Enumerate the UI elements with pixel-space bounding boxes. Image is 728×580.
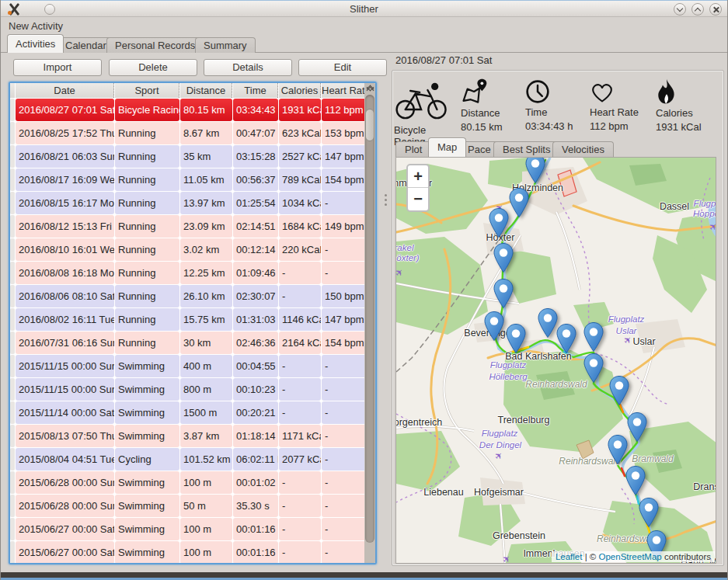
tab-personal-records[interactable]: Personal Records [106, 37, 204, 53]
cell-date[interactable]: 2015/06/27 00:00 Sat [16, 518, 114, 540]
delete-button[interactable]: Delete [109, 59, 197, 76]
cell-distance[interactable]: 800 m [180, 378, 232, 401]
cell-heart-rate[interactable]: - [322, 401, 369, 424]
cell-calories[interactable]: - [279, 518, 321, 540]
cell-date[interactable]: 2015/11/15 00:00 Sun [16, 355, 114, 377]
cell-distance[interactable]: 3.02 km [180, 238, 232, 261]
cell-time[interactable]: 35.30 s [233, 495, 278, 517]
cell-calories[interactable]: 623 kCal [279, 122, 321, 144]
cell-heart-rate[interactable]: - [322, 238, 369, 261]
cell-distance[interactable]: 11.05 km [180, 168, 232, 191]
map-canvas[interactable]: HolzmindenDasselHöxterBeverungenBad Karl… [395, 157, 716, 564]
cell-distance[interactable]: 15.75 km [180, 308, 232, 331]
vertical-scrollbar[interactable] [364, 83, 375, 563]
cell-sport[interactable]: Running [115, 308, 179, 331]
cell-date[interactable]: 2016/08/17 16:09 Wed [16, 168, 114, 191]
cell-sport[interactable]: Bicycle Racing [115, 99, 179, 121]
cell-calories[interactable]: 1146 kCal [279, 308, 321, 331]
cell-calories[interactable]: 789 kCal [279, 168, 321, 191]
cell-time[interactable]: 02:14:51 h [233, 215, 278, 238]
cell-heart-rate[interactable]: 149 bpm [322, 215, 369, 238]
cell-time[interactable]: 02:46:36 h [233, 332, 278, 354]
table-row[interactable]: 2016/08/08 16:18 Mon Running 12.25 km 01… [10, 262, 364, 284]
cell-heart-rate[interactable]: - [322, 355, 369, 377]
zoom-in-button[interactable]: + [408, 165, 428, 188]
cell-time[interactable]: 00:20:21 h [233, 401, 278, 424]
menu-item-new-activity[interactable]: New Activity [9, 20, 63, 32]
cell-heart-rate[interactable]: - [322, 425, 369, 447]
details-button[interactable]: Details [204, 59, 292, 76]
table-row[interactable]: 2016/08/27 07:01 Sat Bicycle Racing 80.1… [10, 99, 364, 121]
cell-sport[interactable]: Running [115, 122, 179, 144]
cell-time[interactable]: 00:56:37 h [233, 168, 278, 191]
cell-heart-rate[interactable]: 147 bpm [322, 308, 369, 331]
cell-date[interactable]: 2016/08/08 16:18 Mon [16, 262, 114, 284]
cell-calories[interactable]: - [279, 285, 321, 307]
cell-time[interactable]: 00:01:16 h [233, 518, 278, 540]
map-marker[interactable] [583, 321, 604, 355]
cell-calories[interactable]: 1684 kCal [279, 215, 321, 238]
cell-calories[interactable]: 220 kCal [279, 238, 321, 261]
table-row[interactable]: 2015/08/13 07:50 Thu Swimming 3.87 km 01… [10, 425, 364, 447]
cell-date[interactable]: 2015/11/14 00:00 Sat [16, 401, 114, 424]
cell-distance[interactable]: 35 km [180, 145, 232, 168]
maximize-button[interactable] [691, 3, 704, 16]
cell-sport[interactable]: Swimming [115, 425, 179, 447]
cell-calories[interactable]: - [279, 378, 321, 401]
header-date[interactable]: Date [16, 83, 114, 98]
cell-time[interactable]: 00:47:07 h [233, 122, 278, 144]
cell-distance[interactable]: 23.09 km [180, 215, 232, 238]
cell-heart-rate[interactable]: 147 bpm [322, 145, 369, 168]
import-button[interactable]: Import [13, 59, 102, 76]
cell-heart-rate[interactable]: - [322, 448, 369, 471]
cell-distance[interactable]: 100 m [180, 471, 232, 494]
cell-time[interactable]: 03:15:28 h [233, 145, 278, 168]
cell-distance[interactable]: 101.52 km [180, 448, 232, 471]
tab-plot[interactable]: Plot [395, 141, 431, 157]
cell-sport[interactable]: Running [115, 238, 179, 261]
map-marker[interactable] [493, 242, 514, 276]
cell-calories[interactable]: 1171 kCal [279, 425, 321, 447]
cell-distance[interactable]: 13.97 km [180, 192, 232, 214]
table-row[interactable]: 2015/11/14 00:00 Sat Swimming 1500 m 00:… [10, 401, 364, 424]
cell-sport[interactable]: Swimming [115, 471, 179, 494]
scroll-thumb[interactable] [365, 109, 374, 141]
cell-calories[interactable]: 1034 kCal [279, 192, 321, 214]
cell-time[interactable]: 02:30:07 h [233, 285, 278, 307]
cell-distance[interactable]: 400 m [180, 355, 232, 377]
cell-date[interactable]: 2016/08/25 17:52 Thu [16, 122, 114, 144]
header-distance[interactable]: Distance [180, 83, 232, 98]
cell-date[interactable]: 2015/08/04 04:51 Tue [16, 448, 114, 471]
panel-splitter[interactable] [380, 82, 391, 564]
cell-time[interactable]: 01:31:03 h [233, 308, 278, 331]
cell-calories[interactable]: - [279, 471, 321, 494]
cell-distance[interactable]: 26.10 km [180, 285, 232, 307]
table-row[interactable]: 2016/08/02 16:11 Tue Running 15.75 km 01… [10, 308, 364, 331]
table-row[interactable]: 2015/11/15 00:00 Sun Swimming 400 m 00:0… [10, 355, 364, 377]
cell-date[interactable]: 2015/11/15 00:00 Sun [16, 378, 114, 401]
cell-calories[interactable]: 2077 kCal [279, 448, 321, 471]
table-row[interactable]: 2015/11/15 00:00 Sun Swimming 800 m 00:1… [10, 378, 364, 401]
cell-heart-rate[interactable]: 154 bpm [322, 168, 369, 191]
table-row[interactable]: 2016/08/12 15:13 Fri Running 23.09 km 02… [10, 215, 364, 238]
cell-time[interactable]: 00:12:14 h [233, 238, 278, 261]
edit-button[interactable]: Edit [298, 59, 387, 76]
cell-date[interactable]: 2016/08/27 07:01 Sat [16, 99, 114, 121]
cell-sport[interactable]: Swimming [115, 518, 179, 540]
cell-calories[interactable]: - [279, 401, 321, 424]
table-row[interactable]: 2015/06/27 00:00 Sat Swimming 100 m 00:0… [10, 518, 364, 540]
cell-date[interactable]: 2015/06/28 00:00 Sun [16, 471, 114, 494]
cell-time[interactable]: 00:01:02 h [233, 471, 278, 494]
cell-calories[interactable]: - [279, 355, 321, 377]
cell-sport[interactable]: Swimming [115, 541, 179, 564]
cell-date[interactable]: 2015/06/28 00:00 Sun [16, 495, 114, 517]
table-row[interactable]: 2016/07/31 06:16 Sun Running 30 km 02:46… [10, 332, 364, 354]
cell-sport[interactable]: Running [115, 192, 179, 214]
cell-date[interactable]: 2016/08/12 15:13 Fri [16, 215, 114, 238]
cell-sport[interactable]: Swimming [115, 378, 179, 401]
cell-distance[interactable]: 12.25 km [180, 262, 232, 284]
cell-sport[interactable]: Running [115, 262, 179, 284]
table-row[interactable]: 2015/06/28 00:00 Sun Swimming 100 m 00:0… [10, 471, 364, 494]
cell-heart-rate[interactable]: 154 bpm [322, 332, 369, 354]
map-marker[interactable] [626, 412, 648, 445]
